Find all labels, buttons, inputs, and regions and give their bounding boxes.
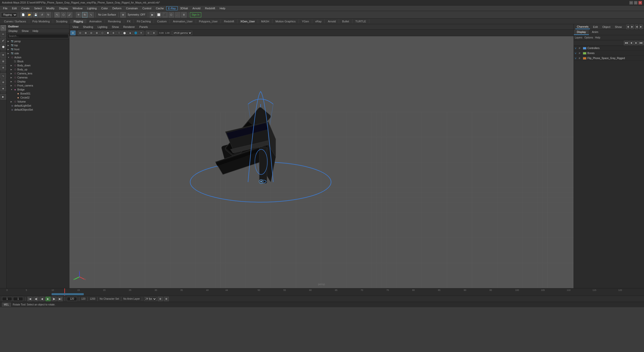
redo-button[interactable]: ↻ — [46, 12, 51, 18]
outliner-item-block[interactable]: ⬛ Block — [7, 59, 69, 63]
tab-xgen-user[interactable]: XGen_User — [237, 19, 258, 23]
rotate-tool[interactable]: ↻ — [82, 12, 88, 18]
render-btn1[interactable]: ▶ — [150, 12, 155, 18]
fps-select[interactable]: 24 fps — [144, 297, 157, 301]
rp-btn3[interactable]: ◀ — [635, 25, 638, 29]
menu-lighting[interactable]: Lighting — [85, 6, 99, 10]
tab-rendering[interactable]: Rendering — [105, 19, 124, 23]
minimize-button[interactable]: — — [629, 1, 633, 5]
outliner-item-front[interactable]: ▶ 📷 front — [7, 47, 69, 51]
joint-btn[interactable]: ⊛ — [1, 79, 6, 85]
viewport-canvas[interactable]: persp X Y Z — [69, 36, 574, 288]
outliner-menu-display[interactable]: Display — [7, 29, 20, 33]
brush-tool-btn[interactable]: 🖌 — [1, 38, 6, 43]
start-frame-input[interactable] — [2, 297, 12, 301]
tab-fx[interactable]: FX — [124, 19, 134, 23]
save-button[interactable]: 💾 — [33, 12, 38, 18]
outliner-item-circle02[interactable]: ◆ Circle02 — [7, 96, 69, 100]
menu-redshift[interactable]: Redshift — [203, 6, 217, 10]
status-mode[interactable]: MEL — [2, 303, 11, 306]
menu-constrain[interactable]: Constrain — [124, 6, 140, 10]
vt-wireframe[interactable]: ⊞ — [70, 31, 75, 35]
end-frame-input[interactable] — [67, 297, 77, 301]
sculpt-tool-btn[interactable]: ⬤ — [1, 44, 6, 50]
vt-btn12[interactable]: ☀ — [139, 31, 144, 35]
outliner-item-front-camera[interactable]: ▶ ⬡ Front_camera — [7, 83, 69, 87]
grid-btn[interactable]: ⊞ — [1, 59, 6, 64]
gamma-select[interactable]: sRGB gamma — [172, 31, 192, 35]
current-frame-input[interactable] — [13, 297, 23, 301]
render-btn5[interactable]: 🎥 — [175, 12, 180, 18]
menu-file[interactable]: File — [1, 6, 10, 10]
outliner-item-cameras[interactable]: ▶ ⬡ Cameras — [7, 75, 69, 79]
menu-deform[interactable]: Deform — [110, 6, 124, 10]
layer-btn3[interactable]: ▶ — [634, 41, 638, 45]
vt-btn6[interactable]: ⬢ — [105, 31, 110, 35]
tab-motion-graphics[interactable]: Motion Graphics — [272, 19, 299, 23]
sign-in-button[interactable]: Sign In — [190, 12, 201, 17]
tab-custom[interactable]: Custom — [154, 19, 170, 23]
outliner-item-body-down[interactable]: ▶ ⬡ Body_down — [7, 63, 69, 67]
step-back-btn[interactable]: ◀| — [33, 297, 38, 301]
outliner-item-default-object-set[interactable]: ◎ defaultObjectSet — [7, 108, 69, 112]
menu-eray[interactable]: E-Ray — [166, 6, 178, 10]
outliner-item-side[interactable]: ▶ 📷 side — [7, 51, 69, 55]
play-btn[interactable]: ▶ — [46, 297, 51, 301]
lch-options[interactable]: Options — [584, 36, 593, 39]
outliner-item-volume[interactable]: ▶ ⬡ Volume — [7, 100, 69, 104]
layer-row-bones[interactable]: V P Bones — [574, 51, 644, 56]
outliner-item-body-up[interactable]: ▶ ⬡ Body_up — [7, 67, 69, 71]
snap-btn[interactable]: ⊕ — [1, 65, 6, 70]
playback-btn[interactable]: ▶ — [1, 94, 6, 100]
right-tab-channels[interactable]: Channels — [575, 25, 590, 29]
tab-bullet[interactable]: Bullet — [339, 19, 352, 23]
render-btn2[interactable]: ⬜ — [156, 12, 162, 18]
vt-btn5[interactable]: ⬡ — [100, 31, 105, 35]
render-btn4[interactable]: ⬡ — [169, 12, 174, 18]
menu-window[interactable]: Window — [71, 6, 85, 10]
vp-menu-shading[interactable]: Shading — [81, 25, 95, 29]
goto-end-btn[interactable]: ▶| — [58, 297, 63, 301]
vt-btn7[interactable]: ⊛ — [111, 31, 116, 35]
open-button[interactable]: 📂 — [27, 12, 32, 18]
layer-btn1[interactable]: ◀◀ — [624, 41, 628, 45]
vp-menu-renderer[interactable]: Renderer — [121, 25, 137, 29]
vt-btn4[interactable]: ⊞ — [94, 31, 99, 35]
fps-btn2[interactable]: ⊗ — [164, 297, 169, 301]
tab-curves-surfaces[interactable]: Curves / Surfaces — [1, 19, 29, 23]
right-tab-object[interactable]: Object — [601, 25, 612, 29]
vp-menu-lighting[interactable]: Lighting — [96, 25, 109, 29]
menu-modify[interactable]: Modify — [44, 6, 56, 10]
tab-animation-user[interactable]: Animation_User — [170, 19, 196, 23]
paint-select-tool[interactable]: 🖊 — [67, 12, 72, 18]
layer-btn2[interactable]: ◀ — [629, 41, 633, 45]
menu-3ditali[interactable]: 3DItali — [178, 6, 190, 10]
tab-vray[interactable]: vRay — [312, 19, 325, 23]
vt-iso1[interactable]: ⊙ — [146, 31, 151, 35]
mode-select[interactable]: Rigging — [1, 12, 17, 17]
menu-display[interactable]: Display — [57, 6, 70, 10]
outliner-content[interactable]: ▶ 📷 persp ▶ 📷 top ▶ 📷 front ▶ 📷 side — [7, 39, 69, 288]
show-hide-btn[interactable]: 👁 — [1, 52, 6, 58]
outliner-item-camera-lens[interactable]: ▶ ⬡ Camera_lens — [7, 71, 69, 75]
menu-color[interactable]: Color — [99, 6, 110, 10]
render-btn3[interactable]: ⬛ — [162, 12, 168, 18]
outliner-item-bone001[interactable]: ◆ Bone001 — [7, 92, 69, 96]
da-tab-display[interactable]: Display — [574, 30, 589, 35]
maximize-button[interactable]: □ — [634, 1, 637, 5]
tab-redshift[interactable]: Redshift — [221, 19, 237, 23]
ipr-btn[interactable]: ⏸ — [181, 12, 187, 18]
outliner-item-default-light-set[interactable]: ◎ defaultLightSet — [7, 104, 69, 108]
outliner-item-bridge[interactable]: ▼ ◈ Bridge — [7, 87, 69, 92]
lch-help[interactable]: Help — [595, 36, 600, 39]
new-scene-button[interactable]: 📄 — [20, 12, 26, 18]
vt-btn3[interactable]: ⊟ — [89, 31, 94, 35]
rp-btn1[interactable]: ◀ — [626, 25, 629, 29]
magnet-button[interactable]: ⊕ — [120, 12, 126, 18]
layer-row-controllers[interactable]: V P Controllers — [574, 46, 644, 51]
menu-edit[interactable]: Edit — [10, 6, 19, 10]
tab-turtle[interactable]: TURTLE — [352, 19, 370, 23]
outliner-item-top[interactable]: ▶ 📷 top — [7, 43, 69, 47]
outliner-item-display[interactable]: ▶ ⬡ Display — [7, 79, 69, 83]
vt-btn2[interactable]: ⊠ — [83, 31, 88, 35]
